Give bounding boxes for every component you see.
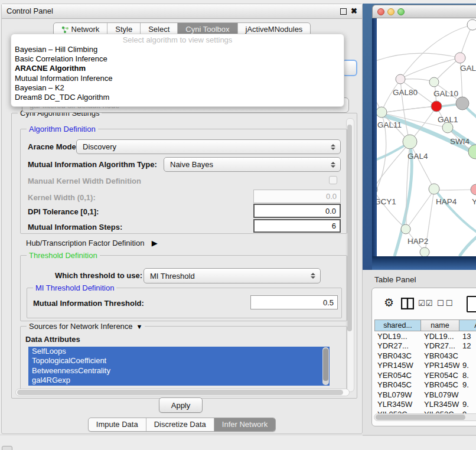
network-edge: [377, 190, 405, 228]
aracne-mode-label: Aracne Mode:: [28, 142, 79, 151]
scrollbar-thumb[interactable]: [17, 390, 343, 395]
network-node[interactable]: [456, 97, 469, 110]
network-node[interactable]: [429, 77, 439, 87]
table-row[interactable]: YBL079WYBL079W: [374, 390, 476, 400]
manual-kernel-width-label: Manual Kernel Width Definition: [28, 177, 141, 185]
table-cell: YBL079W: [421, 390, 459, 400]
list-item[interactable]: SelfLoops: [28, 347, 330, 356]
network-node-label: SWI4: [450, 137, 470, 146]
network-node[interactable]: [377, 184, 377, 195]
table-cell: YBR045C: [421, 380, 459, 390]
select-all-checkboxes-icon[interactable]: ☑☑: [418, 299, 433, 308]
scrollbar-thumb[interactable]: [347, 125, 352, 331]
split-columns-icon[interactable]: [401, 298, 414, 309]
manual-kernel-width-checkbox[interactable]: [329, 176, 337, 184]
network-edge: [377, 143, 410, 188]
table-horizontal-scrollbar[interactable]: [374, 413, 476, 421]
network-node[interactable]: [401, 224, 410, 234]
table-cell: YDR27...: [374, 341, 421, 351]
menu-item-bayesian-k2[interactable]: Bayesian – K2: [11, 83, 344, 93]
mi-steps-field[interactable]: 6: [253, 219, 341, 233]
table-row[interactable]: YDR27...YDR27...12: [374, 341, 476, 351]
table-row[interactable]: YER054CYER054C8.: [374, 370, 476, 380]
network-node[interactable]: [431, 101, 442, 112]
table-row[interactable]: YPR145WYPR145W9.: [374, 361, 476, 371]
scrollbar-thumb[interactable]: [323, 348, 328, 381]
table-cell: YBR043C: [421, 351, 459, 361]
network-node[interactable]: [468, 145, 476, 159]
table-cell: YLR345W: [421, 400, 459, 410]
expand-right-icon[interactable]: ▶: [152, 239, 158, 247]
close-traffic-light-icon[interactable]: [377, 8, 384, 15]
network-node[interactable]: [467, 19, 476, 30]
network-canvas[interactable]: GALGAL80GAL10GAL1GAL11SWI4GAL4GCY1HAP4YH…: [377, 18, 476, 256]
kernel-width-field[interactable]: 0.0: [253, 190, 341, 203]
close-icon[interactable]: ✖: [351, 6, 357, 17]
column-header-shared-name[interactable]: shared...: [374, 319, 421, 331]
gear-icon[interactable]: ⚙: [384, 297, 394, 309]
corner-chip-button[interactable]: [2, 446, 12, 450]
table-row[interactable]: YDL19...YDL19...13: [374, 331, 476, 341]
table-cell: YDR27...: [421, 341, 459, 351]
settings-vertical-scrollbar[interactable]: [346, 118, 354, 392]
new-table-icon[interactable]: [467, 296, 476, 312]
list-item[interactable]: BetweennessCentrality: [28, 366, 330, 376]
mi-threshold-field[interactable]: 0.5: [250, 295, 338, 309]
table-body: YDL19...YDL19...13YDR27...YDR27...12YBR0…: [374, 331, 476, 419]
apply-button[interactable]: Apply: [159, 397, 203, 413]
aracne-mode-combobox[interactable]: Discovery: [76, 139, 341, 154]
network-graph[interactable]: GALGAL80GAL10GAL1GAL11SWI4GAL4GCY1HAP4YH…: [377, 18, 476, 256]
menu-item-basic-correlation[interactable]: Basic Correlation Inference: [11, 54, 344, 64]
scrollbar-thumb[interactable]: [376, 415, 465, 420]
dpi-tolerance-field[interactable]: 0.0: [253, 204, 341, 218]
algorithm-definition-title: Algorithm Definition: [27, 125, 98, 133]
table-cell: [459, 351, 476, 361]
list-item[interactable]: gal4RGexp: [28, 376, 330, 385]
tab-discretize-data[interactable]: Discretize Data: [146, 418, 214, 431]
node-table: shared... name A YDL19...YDL19...13YDR27…: [374, 319, 476, 419]
list-vertical-scrollbar[interactable]: [322, 347, 329, 385]
column-header-name[interactable]: name: [421, 319, 459, 331]
menu-item-bayesian-hill-climbing[interactable]: Bayesian – Hill Climbing: [11, 45, 344, 54]
table-cell: 13: [459, 331, 476, 341]
zoom-traffic-light-icon[interactable]: [397, 8, 405, 15]
data-attributes-list[interactable]: SelfLoops TopologicalCoefficient Between…: [28, 347, 330, 386]
network-edge: [400, 58, 460, 79]
hub-definition-section[interactable]: Hub/Transcription Factor Definition ▶: [26, 237, 158, 248]
float-window-icon[interactable]: [340, 8, 347, 15]
network-node[interactable]: [471, 184, 476, 195]
tab-impute-data[interactable]: Impute Data: [89, 418, 146, 431]
table-row[interactable]: YBR045CYBR045C9.: [374, 380, 476, 390]
table-panel: Table Panel ⚙ ☑☑ ☐☐ shared... name A YDL…: [363, 270, 476, 436]
collapse-down-icon[interactable]: ▼: [136, 322, 143, 331]
settings-horizontal-scrollbar[interactable]: [15, 389, 350, 396]
mi-threshold-definition-group: MI Threshold Definition Mutual Informati…: [27, 288, 342, 318]
mi-algorithm-type-combobox[interactable]: Naive Bayes: [164, 157, 341, 172]
menu-item-dream8[interactable]: Dream8 DC_TDC Algorithm: [11, 93, 344, 102]
tab-infer-network[interactable]: Infer Network: [214, 418, 275, 431]
network-node[interactable]: [396, 74, 405, 84]
which-threshold-combobox[interactable]: MI Threshold: [144, 268, 321, 283]
mi-threshold-label: Mutual Information Threshold:: [33, 299, 144, 308]
network-view-window: GALGAL80GAL10GAL1GAL11SWI4GAL4GCY1HAP4YH…: [372, 5, 476, 270]
network-node[interactable]: [403, 135, 417, 149]
list-item[interactable]: TopologicalCoefficient: [28, 356, 330, 366]
table-row[interactable]: YLR345WYLR345W9.: [374, 400, 476, 410]
column-header-truncated[interactable]: A: [459, 319, 476, 331]
minimize-traffic-light-icon[interactable]: [387, 8, 395, 15]
network-node[interactable]: [455, 53, 465, 63]
table-cell: YLR345W: [374, 400, 421, 410]
algorithm-dropdown-popup: Select algorithm to view settings Bayesi…: [11, 34, 344, 107]
table-row[interactable]: YBR043CYBR043C: [374, 351, 476, 361]
dpi-tolerance-label: DPI Tolerance [0,1]:: [28, 207, 99, 216]
network-node[interactable]: [429, 184, 439, 194]
menu-item-mutual-information[interactable]: Mutual Information Inference: [11, 74, 344, 83]
cyni-algorithm-settings-group: Cyni Algorithm Settings Algorithm Defini…: [11, 113, 357, 399]
network-node[interactable]: [377, 107, 387, 118]
menu-item-aracne[interactable]: ARACNE Algorithm: [11, 64, 344, 73]
deselect-all-checkboxes-icon[interactable]: ☐☐: [437, 299, 454, 308]
network-window-titlebar[interactable]: [372, 5, 476, 18]
which-threshold-label: Which threshold to use:: [55, 271, 142, 280]
network-node-label: GAL10: [433, 89, 458, 98]
network-node[interactable]: [420, 247, 429, 256]
